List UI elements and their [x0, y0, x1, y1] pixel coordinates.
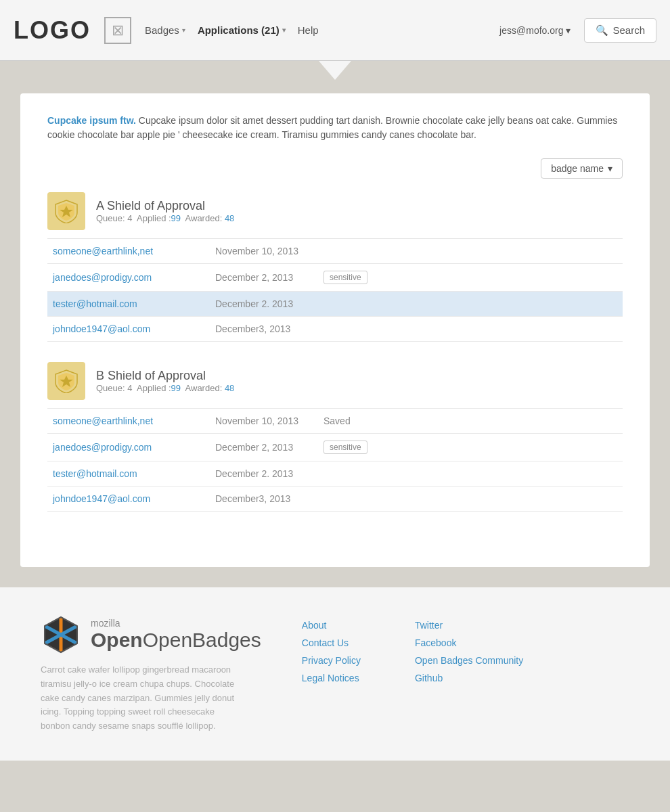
- table-row: johndoe1947@aol.com December3, 2013: [47, 317, 623, 342]
- twitter-link[interactable]: Twitter: [415, 620, 523, 631]
- badge-section-1: B Shield of Approval Queue: 4 Applied :9…: [47, 362, 623, 512]
- badge-table-0: someone@earthlink,net November 10, 2013 …: [47, 238, 623, 342]
- sort-button[interactable]: badge name ▾: [541, 158, 623, 179]
- applications-dropdown-arrow: ▾: [282, 26, 286, 34]
- badges-dropdown-arrow: ▾: [182, 26, 185, 34]
- applicant-email[interactable]: janedoes@prodigy.com: [47, 264, 210, 292]
- facebook-link[interactable]: Facebook: [415, 637, 523, 648]
- badge-meta-0: Queue: 4 Applied :99 Awarded: 48: [96, 213, 234, 223]
- nav-badges[interactable]: Badges ▾: [145, 24, 185, 36]
- footer-description: Carrot cake wafer lollipop gingerbread m…: [41, 663, 244, 734]
- applicant-date: December 2, 2013: [210, 434, 318, 461]
- table-row: someone@earthlink,net November 10, 2013: [47, 239, 623, 264]
- applicant-email[interactable]: tester@hotmail.com: [47, 461, 210, 487]
- footer-col-1: AboutContact UsPrivacy PolicyLegal Notic…: [302, 620, 361, 683]
- applicant-email[interactable]: janedoes@prodigy.com: [47, 434, 210, 461]
- openbadges-label: OpenOpenBadges: [91, 629, 261, 652]
- footer-logo-text: mozilla OpenOpenBadges: [91, 618, 261, 652]
- about-link[interactable]: About: [302, 620, 361, 631]
- applicant-date: December 2. 2013: [210, 461, 318, 487]
- badge-title-0: A Shield of Approval: [96, 199, 234, 213]
- badge-info-1: B Shield of Approval Queue: 4 Applied :9…: [96, 369, 234, 393]
- badge-meta-1: Queue: 4 Applied :99 Awarded: 48: [96, 383, 234, 393]
- badge-info-0: A Shield of Approval Queue: 4 Applied :9…: [96, 199, 234, 223]
- footer-logo: mozilla OpenOpenBadges Carrot cake wafer…: [41, 614, 261, 734]
- table-row: janedoes@prodigy.com December 2, 2013 se…: [47, 434, 623, 461]
- main-card: Cupcake ipsum ftw. Cupcake ipsum dolor s…: [20, 93, 650, 567]
- main-nav: Badges ▾ Applications (21) ▾ Help: [145, 24, 486, 36]
- applicant-date: November 10, 2013: [210, 409, 318, 434]
- privacy-link[interactable]: Privacy Policy: [302, 655, 361, 666]
- applicant-status: Saved: [318, 409, 623, 434]
- applicant-date: December3, 2013: [210, 487, 318, 512]
- footer-links: AboutContact UsPrivacy PolicyLegal Notic…: [302, 614, 629, 683]
- user-dropdown-arrow: ▾: [566, 25, 571, 36]
- applicant-status: [318, 239, 623, 264]
- footer-col-2: TwitterFacebookOpen Badges CommunityGith…: [415, 620, 523, 683]
- applicant-date: December3, 2013: [210, 317, 318, 342]
- badge-header-0: A Shield of Approval Queue: 4 Applied :9…: [47, 192, 623, 230]
- applicant-status: [318, 317, 623, 342]
- user-menu[interactable]: jess@mofo.org ▾: [499, 25, 571, 36]
- applicant-email[interactable]: johndoe1947@aol.com: [47, 487, 210, 512]
- intro-highlight: Cupcake ipsum ftw.: [47, 115, 136, 126]
- badge-icon-0: [47, 192, 85, 230]
- badge-title-1: B Shield of Approval: [96, 369, 234, 383]
- nav-applications[interactable]: Applications (21) ▾: [198, 24, 286, 36]
- applicant-status: sensitive: [318, 264, 623, 292]
- badges-container: A Shield of Approval Queue: 4 Applied :9…: [47, 192, 623, 512]
- badge-table-1: someone@earthlink,net November 10, 2013 …: [47, 408, 623, 512]
- openbadges-logo-icon: [41, 614, 81, 655]
- mozilla-label: mozilla: [91, 618, 261, 629]
- footer-logo-mark: mozilla OpenOpenBadges: [41, 614, 261, 655]
- badge-icon-1: [47, 362, 85, 400]
- contact-link[interactable]: Contact Us: [302, 637, 361, 648]
- main-wrapper: Cupcake ipsum ftw. Cupcake ipsum dolor s…: [0, 80, 670, 587]
- intro-section: Cupcake ipsum ftw. Cupcake ipsum dolor s…: [47, 114, 623, 142]
- logo: LOGO: [14, 16, 91, 45]
- applicant-status: [318, 461, 623, 487]
- badge-header-1: B Shield of Approval Queue: 4 Applied :9…: [47, 362, 623, 400]
- sort-arrow: ▾: [608, 163, 612, 174]
- github-link[interactable]: Github: [415, 673, 523, 683]
- sort-row: badge name ▾: [47, 158, 623, 179]
- footer: mozilla OpenOpenBadges Carrot cake wafer…: [0, 587, 670, 761]
- nav-help[interactable]: Help: [298, 24, 319, 36]
- table-row: janedoes@prodigy.com December 2, 2013 se…: [47, 264, 623, 292]
- header: LOGO ⊠ Badges ▾ Applications (21) ▾ Help…: [0, 0, 670, 61]
- search-button[interactable]: 🔍 Search: [584, 18, 656, 43]
- applicant-date: December 2. 2013: [210, 292, 318, 317]
- sensitive-badge: sensitive: [323, 441, 367, 454]
- table-row: johndoe1947@aol.com December3, 2013: [47, 487, 623, 512]
- applicant-email[interactable]: johndoe1947@aol.com: [47, 317, 210, 342]
- community-link[interactable]: Open Badges Community: [415, 655, 523, 666]
- applicant-email[interactable]: someone@earthlink,net: [47, 409, 210, 434]
- sensitive-badge: sensitive: [323, 271, 367, 284]
- applicant-status: [318, 292, 623, 317]
- table-row: tester@hotmail.com December 2. 2013: [47, 461, 623, 487]
- logo-icon: ⊠: [104, 17, 131, 44]
- applicant-status: [318, 487, 623, 512]
- triangle-connector: [0, 61, 670, 80]
- applicant-date: November 10, 2013: [210, 239, 318, 264]
- applicant-email[interactable]: someone@earthlink,net: [47, 239, 210, 264]
- applicant-date: December 2, 2013: [210, 264, 318, 292]
- applicant-email[interactable]: tester@hotmail.com: [47, 292, 210, 317]
- table-row: someone@earthlink,net November 10, 2013 …: [47, 409, 623, 434]
- legal-link[interactable]: Legal Notices: [302, 673, 361, 683]
- table-row: tester@hotmail.com December 2. 2013: [47, 292, 623, 317]
- badge-section-0: A Shield of Approval Queue: 4 Applied :9…: [47, 192, 623, 342]
- applicant-status: sensitive: [318, 434, 623, 461]
- search-icon: 🔍: [596, 24, 608, 37]
